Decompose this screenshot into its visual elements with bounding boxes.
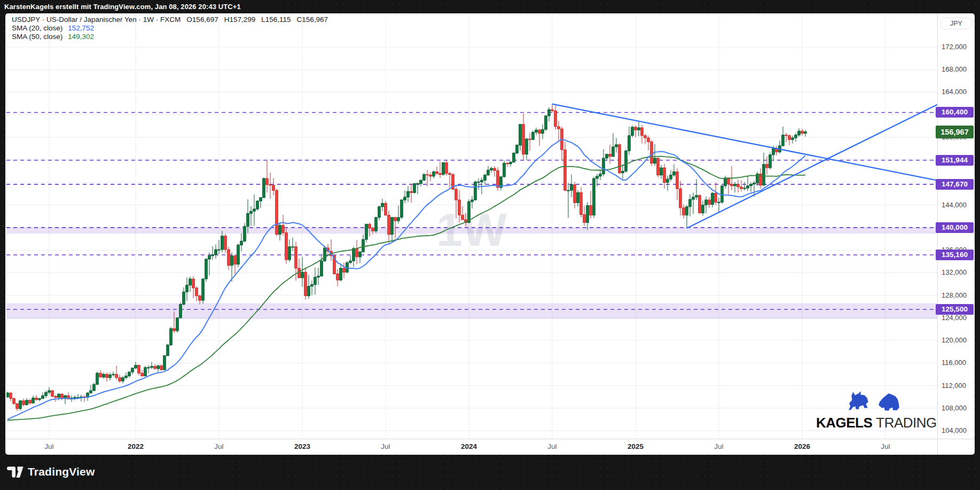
time-axis-label: 2025 [617, 442, 654, 450]
price-level-badge[interactable]: 160,400 [936, 107, 974, 118]
bottom-bar: TradingView [0, 455, 980, 490]
time-axis-label: Jul [30, 442, 68, 450]
bull-icon [847, 390, 872, 414]
attribution-bar: KarstenKagels erstellt mit TradingView.c… [0, 0, 980, 13]
ohlc-value-c: C156,967 [297, 15, 328, 24]
ohlc-value-o: O156,697 [186, 15, 218, 24]
time-axis-label: Jul [367, 442, 404, 450]
price-level-badge[interactable]: 135,160 [936, 250, 974, 260]
tradingview-logo[interactable]: TradingView [7, 465, 95, 478]
kagels-trading-logo: KAGELSTRADING [816, 391, 934, 431]
time-axis-label: Jul [867, 442, 904, 450]
symbol-row[interactable]: USDJPY · US-Dollar / Japanischer Yen · 1… [12, 15, 328, 24]
price-tick-label: 144,000 [942, 201, 975, 209]
symbol-title[interactable]: USDJPY · US-Dollar / Japanischer Yen · 1… [12, 15, 181, 24]
chart-card [5, 13, 975, 455]
indicator-label: SMA (50, close) [12, 33, 62, 41]
tradingview-icon [7, 466, 24, 478]
bear-icon [877, 392, 903, 414]
time-axis-label: 2026 [783, 442, 821, 450]
kagels-wordmark: KAGELSTRADING [816, 415, 934, 431]
price-tick-label: 120,000 [942, 336, 975, 345]
indicator-label: SMA (20, close) [12, 24, 62, 32]
price-level-badge[interactable]: 140,000 [936, 222, 974, 233]
price-tick-label: 172,000 [942, 43, 975, 51]
tradingview-wordmark: TradingView [28, 465, 95, 478]
time-axis[interactable]: Jul2022Jul2023Jul2024Jul2025Jul2026Jul [5, 439, 937, 455]
price-level-badge[interactable]: 147,670 [936, 179, 974, 190]
time-axis-label: 2024 [450, 442, 488, 450]
ohlc-value-l: L156,115 [261, 15, 291, 24]
price-tick-label: 116,000 [942, 359, 975, 367]
time-axis-label: 2023 [284, 442, 321, 450]
time-axis-label: 2022 [117, 442, 154, 450]
price-level-badge[interactable]: 125,500 [936, 304, 974, 315]
page: { "attribution": {"text": "KarstenKagels… [0, 0, 980, 490]
price-tick-label: 132,000 [942, 268, 975, 277]
indicator-row-sma20[interactable]: SMA (20, close)152,752 [12, 24, 328, 33]
currency-toggle-button[interactable]: JPY [940, 18, 972, 29]
attribution-text: KarstenKagels erstellt mit TradingView.c… [0, 3, 241, 11]
indicator-row-sma50[interactable]: SMA (50, close)149,302 [12, 33, 328, 41]
price-tick-label: 124,000 [942, 314, 975, 322]
price-level-badge[interactable]: 151,944 [936, 155, 974, 166]
indicator-value: 152,752 [68, 24, 94, 32]
indicator-value: 149,302 [68, 33, 94, 41]
price-tick-label: 128,000 [942, 291, 975, 300]
time-axis-label: Jul [700, 442, 738, 450]
ohlc-value-h: H157,299 [224, 15, 256, 24]
symbol-legend: USDJPY · US-Dollar / Japanischer Yen · 1… [12, 15, 328, 41]
time-axis-label: Jul [534, 442, 571, 450]
last-price-badge: 156,967 [936, 126, 974, 138]
price-tick-label: 164,000 [942, 88, 975, 96]
price-tick-label: 168,000 [942, 65, 975, 74]
price-tick-label: 112,000 [942, 382, 975, 390]
price-tick-label: 108,000 [942, 404, 975, 413]
time-axis-label: Jul [200, 442, 238, 450]
price-tick-label: 104,000 [942, 426, 975, 435]
